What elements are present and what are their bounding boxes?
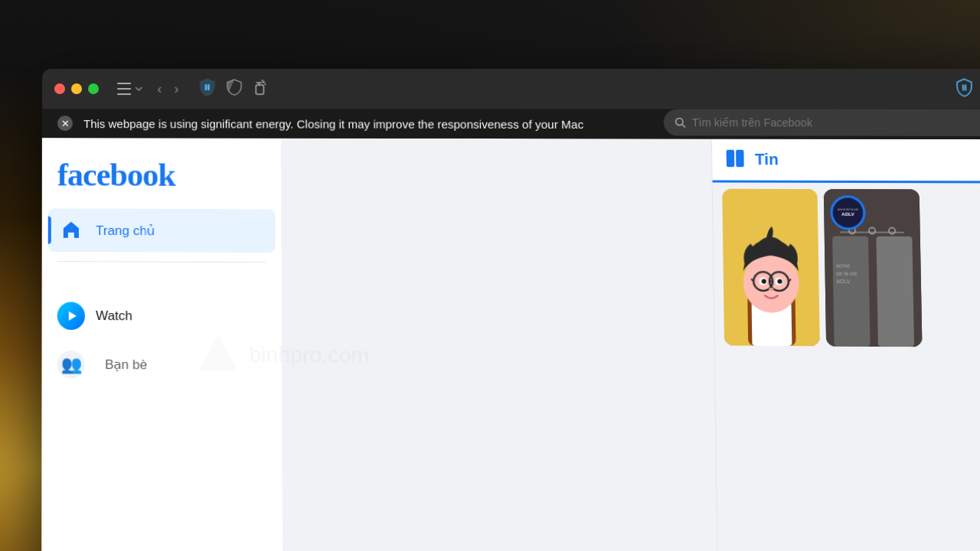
svg-rect-3 <box>205 84 207 90</box>
svg-marker-13 <box>198 335 237 370</box>
svg-text:acmé: acmé <box>836 262 850 268</box>
search-icon <box>675 117 686 128</box>
svg-rect-1 <box>117 88 131 90</box>
story-card-2[interactable]: acmé de la vie ADLV acmé de la vie ADLV <box>824 189 923 347</box>
sidebar-toggle[interactable] <box>117 83 143 95</box>
svg-point-8 <box>261 80 263 81</box>
browser-titlebar: ‹ › <box>42 69 980 109</box>
ublock-pause-icon[interactable] <box>199 78 216 100</box>
nav-label-watch: Watch <box>96 308 132 324</box>
svg-line-12 <box>682 125 685 128</box>
friends-icon: 👥 <box>57 350 85 379</box>
stories-area: acmé de la vie ADLV acmé de la vie ADLV <box>713 183 980 354</box>
right-panel-title: Tin <box>755 151 779 169</box>
watch-icon <box>57 302 85 331</box>
close-button[interactable] <box>54 83 65 94</box>
tin-book-icon <box>725 148 747 171</box>
cartoon-avatar <box>722 189 820 347</box>
svg-rect-0 <box>117 83 131 84</box>
adlv-badge: acmé de la vie ADLV <box>830 195 866 230</box>
svg-rect-15 <box>727 149 735 166</box>
forward-button[interactable]: › <box>169 78 183 100</box>
extensions-area <box>199 78 267 100</box>
fb-sidebar: facebook Trang chủ binhpro.com <box>41 138 283 551</box>
svg-rect-9 <box>962 84 964 90</box>
svg-point-6 <box>263 81 265 83</box>
right-panel-header: Tin <box>712 139 980 183</box>
svg-marker-14 <box>69 311 77 321</box>
story-card-1[interactable] <box>722 189 820 347</box>
watermark: binhpro.com <box>194 331 283 380</box>
maximize-button[interactable] <box>88 83 99 94</box>
spray-icon[interactable] <box>253 79 266 99</box>
svg-rect-4 <box>207 84 210 90</box>
shield-blue-2-icon[interactable] <box>956 78 973 100</box>
facebook-logo: facebook <box>48 150 275 206</box>
search-bar <box>664 109 980 136</box>
shield-gray-icon[interactable] <box>227 79 242 99</box>
right-extensions: æ <box>956 78 980 100</box>
nav-buttons: ‹ › <box>152 78 183 100</box>
nav-label-home: Trang chủ <box>96 222 155 238</box>
active-indicator <box>48 217 51 244</box>
facebook-page: facebook Trang chủ binhpro.com <box>41 138 980 551</box>
svg-point-7 <box>264 83 266 85</box>
svg-text:ADLV: ADLV <box>836 279 851 284</box>
minimize-button[interactable] <box>71 83 82 94</box>
back-button[interactable]: ‹ <box>152 78 166 100</box>
energy-warning-text: This webpage is using significant energy… <box>83 117 583 131</box>
warning-close-button[interactable]: ✕ <box>57 116 73 131</box>
svg-rect-5 <box>256 85 263 94</box>
svg-rect-16 <box>736 149 744 166</box>
window-controls <box>54 83 99 94</box>
fb-right-panel: Tin <box>711 139 980 551</box>
svg-rect-33 <box>876 236 914 347</box>
sidebar-divider <box>57 261 266 262</box>
nav-item-home[interactable]: Trang chủ <box>48 208 276 253</box>
watermark-text: binhpro.com <box>249 343 283 369</box>
nav-label-friends: Bạn bè <box>96 349 156 381</box>
svg-text:de la vie: de la vie <box>836 271 857 276</box>
browser-window: ‹ › <box>41 69 980 551</box>
home-icon <box>57 217 85 244</box>
svg-rect-32 <box>832 236 870 347</box>
search-input[interactable] <box>692 116 980 129</box>
svg-rect-2 <box>117 93 131 95</box>
svg-rect-10 <box>965 84 966 90</box>
adlv-brand-text: acmé de la vie ADLV <box>838 208 858 217</box>
